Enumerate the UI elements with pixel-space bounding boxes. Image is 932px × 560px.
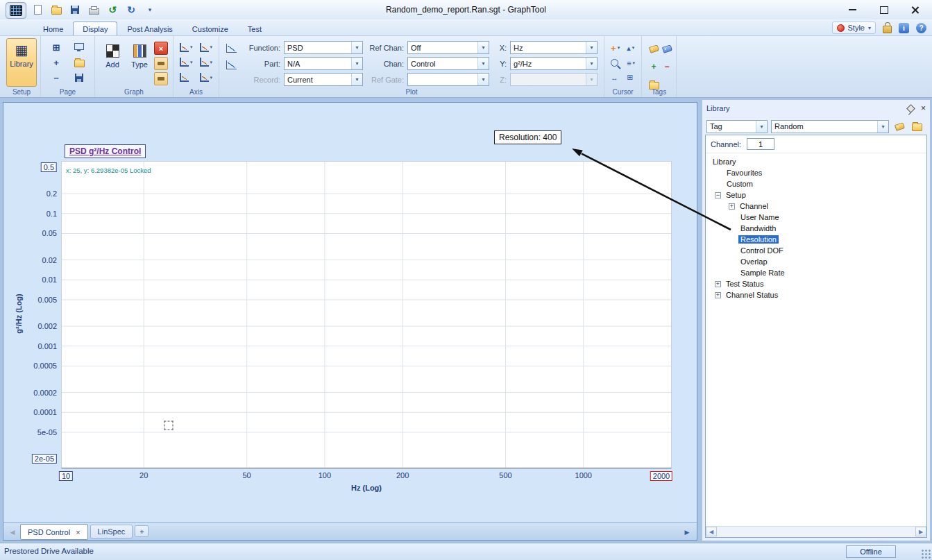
tree-item-sample-rate[interactable]: Sample Rate [706,267,926,278]
add-graph-button[interactable]: Add [100,40,125,85]
chevron-down-icon[interactable]: ▾ [351,42,362,53]
add-page-button[interactable]: ⊞ [49,40,63,54]
x-scale-button[interactable]: ▾ [180,41,193,54]
x-tick-label[interactable]: 10 [59,471,73,481]
peak-cursor-button[interactable]: ▴▾ [627,41,635,55]
tree-item-channel[interactable]: +Channel [706,201,926,212]
tab-home[interactable]: Home [33,22,73,35]
doc-tab-psd-control[interactable]: PSD Control × [20,524,88,540]
style-button[interactable]: Style ▾ [832,22,876,34]
collapse-icon[interactable]: − [715,192,721,198]
cursor-options-button[interactable]: ⊞ [627,71,635,84]
y-units-select[interactable]: g²/Hz▾ [510,57,598,70]
tab-test[interactable]: Test [238,22,271,35]
zoom-button[interactable] [611,57,620,69]
undo-button[interactable]: ↺ [105,3,119,17]
remove-page-button[interactable]: − [49,71,63,85]
maximize-button[interactable] [868,0,899,19]
tree-item-custom[interactable]: Custom [706,178,926,189]
tab-display[interactable]: Display [73,22,117,35]
app-menu-button[interactable] [6,2,26,19]
expand-icon[interactable]: + [715,281,721,287]
tree-item-bandwidth[interactable]: Bandwidth [706,223,926,234]
x-units-select[interactable]: Hz▾ [510,41,598,54]
graph-palette-button[interactable] [154,57,168,70]
scroll-right-button[interactable]: ▶ [915,527,926,536]
tab-customize[interactable]: Customize [183,22,238,35]
info-icon[interactable] [899,23,909,33]
open-library-button[interactable] [910,119,924,133]
axis-labels-button[interactable]: ▾ [200,56,213,69]
cursor-marker[interactable] [164,421,173,430]
chevron-down-icon[interactable]: ▾ [351,74,362,85]
axis-limits-button[interactable]: ▾ [200,41,213,54]
show-tag-button[interactable] [647,42,661,56]
ref-gate-select[interactable]: ▾ [407,73,489,86]
add-tag-button[interactable]: + [647,60,661,74]
tab-scroll-left-button[interactable]: ◀ [7,527,18,537]
close-button[interactable] [899,0,931,19]
function-select[interactable]: PSD▾ [284,41,363,54]
expand-icon[interactable]: + [715,292,721,298]
minimize-button[interactable] [837,0,868,19]
chevron-down-icon[interactable]: ▾ [477,42,489,53]
horizontal-scrollbar[interactable]: ◀ ▶ [706,526,926,537]
close-icon[interactable]: × [921,103,926,113]
record-select[interactable]: Current▾ [284,73,363,86]
chart-title[interactable]: PSD g²/Hz Control [65,144,146,158]
scroll-left-button[interactable]: ◀ [706,527,717,536]
open-file-button[interactable] [49,3,63,17]
chevron-down-icon[interactable]: ▾ [351,58,362,69]
expand-icon[interactable]: + [729,203,735,210]
customize-qat-button[interactable]: ▾ [143,3,157,17]
x-tick-label[interactable]: 2000 [650,471,672,481]
chevron-down-icon[interactable]: ▾ [477,58,489,69]
plot-single-button[interactable] [224,41,238,55]
tree-item-user-name[interactable]: User Name [706,212,926,223]
tree-item-overlap[interactable]: Overlap [706,256,926,267]
chevron-down-icon[interactable]: ▾ [477,74,489,85]
pan-button[interactable]: ↔ [611,71,620,84]
log-x-button[interactable] [180,71,193,84]
open-page-button[interactable] [72,56,86,69]
y-tick-label[interactable]: 0.5 [41,162,57,172]
tree-item-control-dof[interactable]: Control DOF [706,245,926,256]
save-button[interactable] [68,3,82,17]
chevron-down-icon[interactable]: ▾ [586,58,597,69]
doc-tab-linspec[interactable]: LinSpec [90,525,133,538]
tree-item-library[interactable]: Library [706,156,926,167]
lock-icon[interactable] [883,26,892,33]
harmonic-cursor-button[interactable]: ≡▾ [627,57,635,69]
ref-chan-select[interactable]: Off▾ [407,41,489,54]
close-tab-icon[interactable]: × [76,528,80,536]
tree-item-test-status[interactable]: +Test Status [706,278,926,289]
offline-status-badge[interactable]: Offline [846,545,896,558]
tag-settings-button[interactable] [660,42,674,56]
chevron-down-icon[interactable]: ▾ [586,42,597,53]
tab-scroll-right-button[interactable]: ▶ [681,527,693,537]
apply-tag-button[interactable] [892,119,906,133]
send-to-display-button[interactable] [72,40,86,54]
y-scale-button[interactable]: ▾ [180,56,193,69]
graph-type-button[interactable]: Type [127,40,152,85]
y-tick-label[interactable]: 2e-05 [32,454,57,464]
remove-tag-button[interactable]: − [660,60,674,74]
help-icon[interactable] [916,23,926,33]
redo-button[interactable]: ↻ [124,3,138,17]
new-page-button[interactable]: + [49,56,63,69]
graph-legend-button[interactable] [154,72,168,85]
plot-overlay-button[interactable] [224,58,238,71]
library-toggle-button[interactable]: ▦ Library [6,38,37,87]
save-page-button[interactable] [72,71,86,85]
part-select[interactable]: N/A▾ [284,57,363,70]
print-button[interactable] [87,3,101,17]
tree-item-channel-status[interactable]: +Channel Status [706,289,926,300]
add-cursor-button[interactable]: +▾ [611,41,620,55]
add-tab-button[interactable]: + [135,525,149,537]
new-document-button[interactable] [31,3,44,17]
chart-plot-area[interactable]: x: 25, y: 6.29382e-05 Locked Hz (Log) 10… [61,161,672,468]
chevron-down-icon[interactable]: ▾ [877,121,888,133]
tree-item-resolution[interactable]: Resolution [706,234,926,245]
plot-canvas[interactable]: PSD g²/Hz Control Resolution: 400 x: 25,… [3,103,697,522]
library-category-select[interactable]: Random▾ [771,120,889,133]
